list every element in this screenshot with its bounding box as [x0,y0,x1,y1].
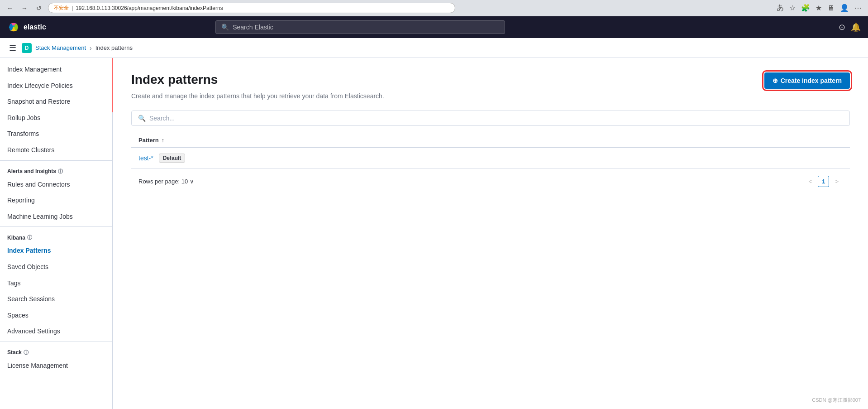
sidebar-item-transforms[interactable]: Transforms [0,126,112,142]
elastic-logo-icon [7,21,20,34]
default-badge: Default [159,154,186,163]
table-footer: Rows per page: 10 ∨ < 1 > [131,170,850,192]
sidebar-item-index-management[interactable]: Index Management [0,62,112,78]
sidebar-item-ml-jobs[interactable]: Machine Learning Jobs [0,209,112,225]
global-search-bar[interactable]: 🔍 Search Elastic [215,20,505,34]
notifications-icon[interactable]: 🔔 [851,22,861,32]
create-btn-label: Create index pattern [781,77,842,84]
sidebar-section-alerts: Alerts and Insights ⓘ [0,163,112,177]
sidebar-item-advanced-settings[interactable]: Advanced Settings [0,323,112,340]
app-header: elastic 🔍 Search Elastic ⊙ 🔔 [0,16,868,38]
sidebar-section-stack: Stack ⓘ [0,344,112,358]
screenshot-btn[interactable]: 🖥 [825,3,836,13]
sidebar-item-saved-objects[interactable]: Saved Objects [0,259,112,275]
search-placeholder-text: Search Elastic [233,24,273,31]
sort-arrow-icon[interactable]: ↑ [162,137,164,144]
help-icon[interactable]: ⊙ [839,22,845,32]
browser-actions: あ ☆ 🧩 ★ 🖥 👤 ⋯ [775,2,863,14]
sidebar-divider-3 [0,342,112,342]
sidebar-item-tags[interactable]: Tags [0,275,112,292]
favorites-btn[interactable]: ★ [814,3,824,13]
address-url: 192.168.0.113:30026/app/management/kiban… [76,5,223,11]
main-content: Index patterns ⊕ Create index pattern Cr… [113,58,868,409]
sidebar-item-index-lifecycle-policies[interactable]: Index Lifecycle Policies [0,78,112,94]
address-text: | [72,5,73,11]
rows-per-page-chevron: ∨ [190,178,194,185]
pattern-col-label: Pattern [138,137,159,144]
page-1-button[interactable]: 1 [818,176,829,187]
alerts-info-icon[interactable]: ⓘ [58,168,63,175]
page-title: Index patterns [131,72,218,87]
app-icon: D [22,43,32,53]
pattern-search-input[interactable] [149,115,843,122]
breadcrumb-separator: › [90,44,92,52]
breadcrumb-bar: ☰ D Stack Management › Index patterns [0,38,868,58]
address-bar[interactable]: 不安全 | 192.168.0.113:30026/app/management… [48,3,455,13]
watermark: CSDN @寒江孤影007 [812,397,861,404]
back-button[interactable]: ← [5,3,15,14]
translate-btn[interactable]: あ [775,2,786,14]
elastic-logo[interactable]: elastic [7,21,46,34]
search-icon: 🔍 [221,24,229,31]
kibana-info-icon[interactable]: ⓘ [27,234,32,241]
extensions-btn[interactable]: 🧩 [799,3,812,13]
plus-icon: ⊕ [773,77,778,84]
sidebar-item-license-management[interactable]: License Management [0,358,112,374]
sidebar-item-reporting[interactable]: Reporting [0,192,112,209]
sidebar-item-snapshot-restore[interactable]: Snapshot and Restore [0,94,112,110]
main-layout: Index Management Index Lifecycle Policie… [0,58,868,409]
sidebar-item-rollup-jobs[interactable]: Rollup Jobs [0,110,112,126]
forward-button[interactable]: → [19,3,30,14]
search-icon: 🔍 [138,115,146,122]
create-index-pattern-button[interactable]: ⊕ Create index pattern [764,72,850,89]
sidebar-divider-2 [0,226,112,227]
profile-btn[interactable]: 👤 [838,3,851,13]
browser-chrome: ← → ↺ 不安全 | 192.168.0.113:30026/app/mana… [0,0,868,16]
pattern-search-bar[interactable]: 🔍 [131,111,850,126]
sidebar-item-remote-clusters[interactable]: Remote Clusters [0,142,112,159]
stack-info-icon[interactable]: ⓘ [24,349,29,356]
hamburger-menu-button[interactable]: ☰ [7,41,18,55]
svg-point-5 [14,24,18,31]
pagination: < 1 > [805,176,843,187]
header-actions: ⊙ 🔔 [839,22,861,32]
next-page-button[interactable]: > [831,176,843,187]
bookmark-star-btn[interactable]: ☆ [787,3,797,13]
sidebar: Index Management Index Lifecycle Policie… [0,58,112,409]
sidebar-scrollbar[interactable] [112,58,113,409]
elastic-logo-text: elastic [24,23,46,31]
rows-per-page-control[interactable]: Rows per page: 10 ∨ [138,178,194,185]
sidebar-item-search-sessions[interactable]: Search Sessions [0,291,112,308]
security-warning: 不安全 [54,5,69,11]
breadcrumb-current-page: Index patterns [95,44,133,51]
table-row[interactable]: test-* Default [131,148,850,168]
sidebar-item-index-patterns[interactable]: Index Patterns [0,243,112,259]
reload-button[interactable]: ↺ [33,3,44,14]
table-header: Pattern ↑ [131,133,850,148]
prev-page-button[interactable]: < [805,176,816,187]
scroll-indicator [112,58,113,112]
breadcrumb-stack-management[interactable]: Stack Management [35,44,86,51]
rows-per-page-label: Rows per page: 10 [138,178,188,185]
sidebar-divider-1 [0,160,112,161]
sidebar-section-kibana: Kibana ⓘ [0,229,112,243]
more-btn[interactable]: ⋯ [853,3,863,13]
sidebar-item-spaces[interactable]: Spaces [0,308,112,324]
sidebar-item-rules-connectors[interactable]: Rules and Connectors [0,177,112,193]
page-subtitle: Create and manage the index patterns tha… [131,92,850,100]
page-header: Index patterns ⊕ Create index pattern [131,72,850,89]
pattern-link[interactable]: test-* [138,154,153,162]
svg-point-4 [10,24,13,31]
patterns-table: Pattern ↑ test-* Default [131,133,850,168]
